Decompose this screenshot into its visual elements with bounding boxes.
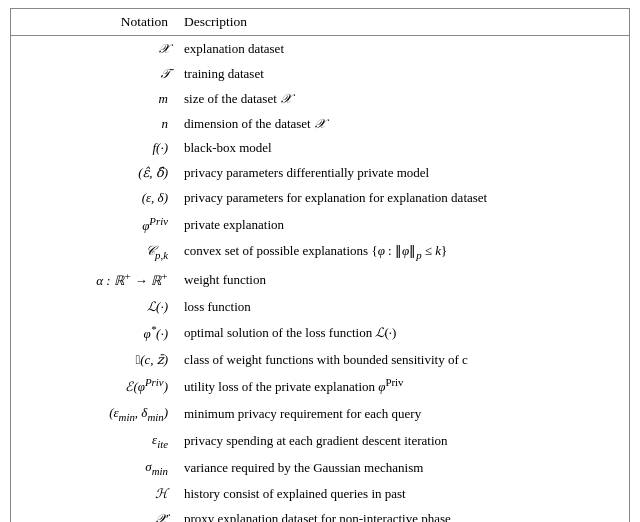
notation-cell: φ*(·) [11, 319, 176, 347]
description-cell: convex set of possible explanations {φ :… [176, 239, 629, 266]
notation-cell: ℋ [11, 482, 176, 507]
description-cell: privacy spending at each gradient descen… [176, 428, 629, 455]
notation-cell: m [11, 87, 176, 112]
description-cell: loss function [176, 295, 629, 320]
notation-cell: 𝒞p,k [11, 239, 176, 266]
description-cell: weight function [176, 266, 629, 294]
table-row: 𝒳explanation dataset [11, 36, 629, 62]
description-cell: utility loss of the private explanation … [176, 372, 629, 400]
table-row: ℱ(c, z̄)class of weight functions with b… [11, 348, 629, 373]
header-notation: Notation [11, 9, 176, 36]
notation-cell: ℱ(c, z̄) [11, 348, 176, 373]
table-row: 𝒯training dataset [11, 62, 629, 87]
notation-cell: ℰ(φPriv) [11, 372, 176, 400]
notation-cell: 𝒳 [11, 36, 176, 62]
description-cell: privacy parameters differentially privat… [176, 161, 629, 186]
table-row: α : ℝ+ → ℝ+weight function [11, 266, 629, 294]
notation-cell: ℒ(·) [11, 295, 176, 320]
description-cell: history consist of explained queries in … [176, 482, 629, 507]
description-cell: proxy explanation dataset for non-intera… [176, 507, 629, 522]
notation-cell: φPriv [11, 211, 176, 239]
table-row: ndimension of the dataset 𝒳 [11, 112, 629, 137]
table-header-row: Notation Description [11, 9, 629, 36]
notation-cell: (ε̂, δ̂) [11, 161, 176, 186]
table-row: (ε̂, δ̂)privacy parameters differentiall… [11, 161, 629, 186]
table-row: ℒ(·)loss function [11, 295, 629, 320]
table-row: f(·)black-box model [11, 136, 629, 161]
description-cell: private explanation [176, 211, 629, 239]
table-row: ℰ(φPriv)utility loss of the private expl… [11, 372, 629, 400]
notation-cell: f(·) [11, 136, 176, 161]
notation-cell: 𝒯 [11, 62, 176, 87]
notation-cell: 𝒳′ [11, 507, 176, 522]
table-row: (ε, δ)privacy parameters for explanation… [11, 186, 629, 211]
description-cell: black-box model [176, 136, 629, 161]
table-row: 𝒳′proxy explanation dataset for non-inte… [11, 507, 629, 522]
notation-cell: n [11, 112, 176, 137]
header-description: Description [176, 9, 629, 36]
description-cell: optimal solution of the loss function ℒ(… [176, 319, 629, 347]
table-row: msize of the dataset 𝒳 [11, 87, 629, 112]
description-cell: privacy parameters for explanation for e… [176, 186, 629, 211]
notation-table-container: Notation Description 𝒳explanation datase… [10, 8, 630, 522]
table-row: 𝒞p,kconvex set of possible explanations … [11, 239, 629, 266]
notation-cell: (ε, δ) [11, 186, 176, 211]
notation-cell: (εmin, δmin) [11, 401, 176, 428]
table-row: εiteprivacy spending at each gradient de… [11, 428, 629, 455]
table-row: φ*(·)optimal solution of the loss functi… [11, 319, 629, 347]
table-row: (εmin, δmin)minimum privacy requirement … [11, 401, 629, 428]
table-row: σminvariance required by the Gaussian me… [11, 455, 629, 482]
description-cell: training dataset [176, 62, 629, 87]
description-cell: explanation dataset [176, 36, 629, 62]
description-cell: size of the dataset 𝒳 [176, 87, 629, 112]
notation-cell: α : ℝ+ → ℝ+ [11, 266, 176, 294]
notation-cell: εite [11, 428, 176, 455]
description-cell: class of weight functions with bounded s… [176, 348, 629, 373]
description-cell: minimum privacy requirement for each que… [176, 401, 629, 428]
notation-cell: σmin [11, 455, 176, 482]
table-row: φPrivprivate explanation [11, 211, 629, 239]
notation-table: Notation Description 𝒳explanation datase… [11, 9, 629, 522]
description-cell: dimension of the dataset 𝒳 [176, 112, 629, 137]
description-cell: variance required by the Gaussian mechan… [176, 455, 629, 482]
table-row: ℋhistory consist of explained queries in… [11, 482, 629, 507]
